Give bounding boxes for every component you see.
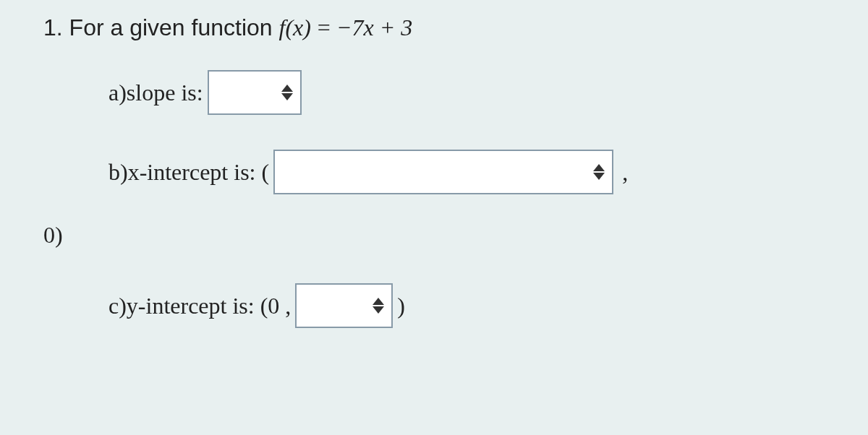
x-intercept-input[interactable]	[273, 150, 613, 194]
part-b-label: b)x-intercept is: (	[109, 159, 269, 186]
part-c-row: c)y-intercept is: (0 , )	[109, 283, 825, 328]
part-a-row: a)slope is:	[109, 70, 825, 115]
stem-prefix: For a given function	[69, 14, 279, 40]
chevron-up-icon[interactable]	[593, 164, 605, 171]
part-c-close-paren: )	[397, 293, 405, 319]
chevron-down-icon[interactable]	[281, 93, 293, 100]
parts-container-2: c)y-intercept is: (0 , )	[43, 283, 825, 328]
chevron-up-icon[interactable]	[281, 85, 293, 92]
question-stem: 1. For a given function f(x) = −7x + 3	[43, 14, 825, 41]
spinner-icon[interactable]	[373, 298, 384, 314]
chevron-up-icon[interactable]	[373, 298, 384, 305]
part-b-row: b)x-intercept is: ( ,	[109, 150, 825, 194]
chevron-down-icon[interactable]	[593, 173, 605, 180]
question-number: 1.	[43, 14, 63, 40]
function-lhs: f(x)	[279, 14, 311, 40]
spinner-icon[interactable]	[593, 164, 605, 180]
equals-sign: =	[318, 14, 336, 40]
chevron-down-icon[interactable]	[373, 306, 384, 314]
function-rhs: −7x + 3	[336, 14, 412, 40]
y-intercept-input[interactable]	[295, 283, 393, 328]
part-c-label: c)y-intercept is: (0 ,	[109, 293, 291, 319]
part-b-comma: ,	[622, 159, 628, 186]
parts-container: a)slope is: b)x-intercept is: ( ,	[43, 70, 825, 194]
part-a-label: a)slope is:	[109, 79, 203, 106]
part-b-continuation: 0)	[43, 222, 825, 249]
spinner-icon[interactable]	[281, 85, 293, 100]
slope-input[interactable]	[208, 70, 302, 115]
